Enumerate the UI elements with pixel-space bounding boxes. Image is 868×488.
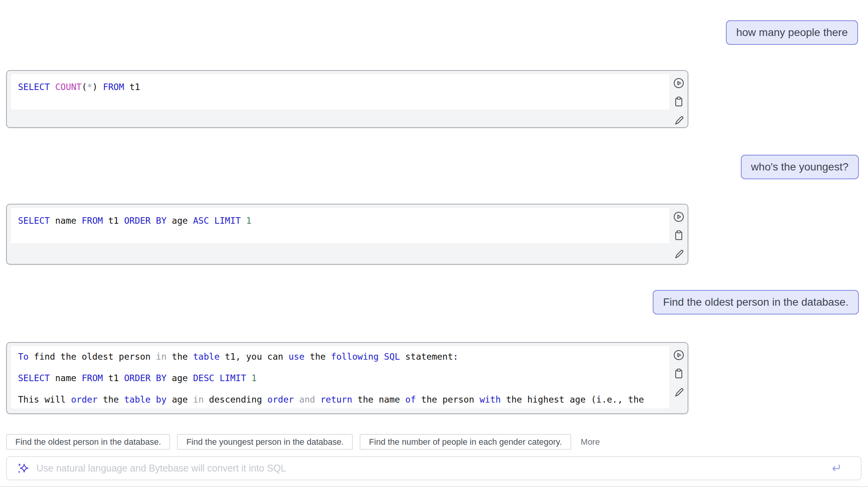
suggestion-chip-gender-count[interactable]: Find the number of people in each gender… [360, 434, 571, 450]
play-circle-icon [673, 349, 685, 361]
submit-query-button[interactable] [830, 462, 842, 475]
copy-sql-button[interactable] [673, 95, 685, 108]
user-message-bubble: who's the youngest? [741, 155, 859, 179]
return-icon [830, 462, 842, 475]
edit-sql-button[interactable] [673, 247, 685, 260]
sql-code-card: SELECT COUNT(*) FROM t1 [10, 74, 670, 110]
sql-code-card: SELECT name FROM t1 ORDER BY age ASC LIM… [10, 207, 670, 244]
sql-code-line: SELECT name FROM t1 ORDER BY age ASC LIM… [18, 213, 662, 228]
pencil-icon [673, 248, 685, 259]
user-message-bubble: how many people there [726, 20, 858, 45]
run-query-button[interactable] [673, 349, 685, 361]
nl-to-sql-composer [6, 456, 861, 480]
sql-response-block: SELECT COUNT(*) FROM t1 [6, 70, 688, 128]
suggestion-chip-youngest[interactable]: Find the youngest person in the database… [177, 434, 353, 450]
code-actions [673, 349, 685, 398]
bottom-divider [0, 486, 868, 487]
nl-query-input[interactable] [36, 462, 825, 474]
sql-chat-panel: how many people there SELECT COUNT(*) FR… [0, 0, 868, 488]
sql-code-line: SELECT name FROM t1 ORDER BY age DESC LI… [18, 370, 662, 386]
clipboard-icon [673, 229, 685, 241]
sql-response-block: To find the oldest person in the table t… [6, 342, 688, 414]
sql-code-line: SELECT COUNT(*) FROM t1 [18, 79, 662, 95]
sql-response-block: SELECT name FROM t1 ORDER BY age ASC LIM… [6, 204, 688, 265]
code-actions [673, 211, 685, 260]
play-circle-icon [673, 77, 685, 89]
response-text-line: This will order the table by age in desc… [18, 392, 662, 407]
suggestion-row: Find the oldest person in the database. … [6, 434, 600, 450]
run-query-button[interactable] [673, 77, 685, 89]
pencil-icon [673, 114, 685, 126]
sparkles-icon [16, 462, 30, 475]
clipboard-icon [673, 96, 685, 107]
more-suggestions-button[interactable]: More [578, 437, 600, 447]
pencil-icon [673, 386, 685, 398]
run-query-button[interactable] [673, 211, 685, 223]
clipboard-icon [673, 368, 685, 379]
copy-sql-button[interactable] [673, 229, 685, 241]
user-message-bubble: Find the oldest person in the database. [653, 290, 859, 314]
copy-sql-button[interactable] [673, 367, 685, 380]
response-text-line: To find the oldest person in the table t… [18, 349, 662, 364]
edit-sql-button[interactable] [673, 114, 685, 126]
code-actions [673, 77, 685, 126]
play-circle-icon [673, 211, 685, 223]
sql-code-card: To find the oldest person in the table t… [10, 346, 670, 409]
suggestion-chip-oldest[interactable]: Find the oldest person in the database. [6, 434, 170, 450]
edit-sql-button[interactable] [673, 386, 685, 398]
